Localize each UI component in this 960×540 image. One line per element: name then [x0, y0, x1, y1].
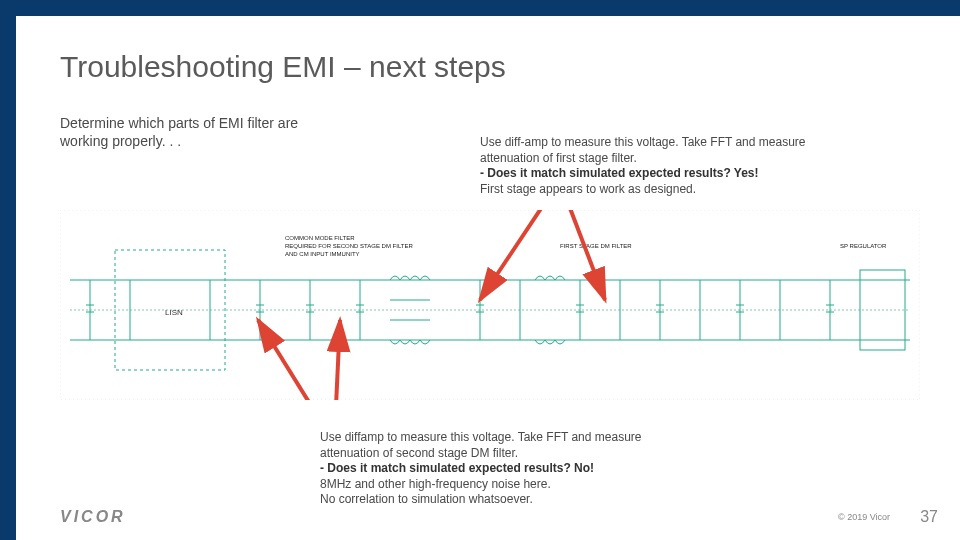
left-accent-bar: [0, 0, 16, 540]
schematic-label: FIRST STAGE DM FILTER: [560, 243, 632, 249]
page-number: 37: [920, 508, 938, 526]
note-line: Use diffamp to measure this voltage. Tak…: [320, 430, 642, 460]
arrow-icon: [335, 320, 340, 400]
schematic-label: COMMON MODE FILTER: [285, 235, 355, 241]
schematic-label: LISN: [165, 308, 183, 317]
intro-text: Determine which parts of EMI filter are …: [60, 114, 350, 150]
schematic-label: SP REGULATOR: [840, 243, 887, 249]
schematic-label: REQUIRED FOR SECOND STAGE DM FILTER: [285, 243, 413, 249]
note-line-bold: - Does it match simulated expected resul…: [480, 166, 759, 180]
arrow-icon: [258, 320, 325, 400]
note-line: First stage appears to work as designed.: [480, 182, 696, 196]
arrow-icon: [565, 210, 605, 300]
company-logo: VICOR: [60, 508, 126, 526]
note-line: Use diff-amp to measure this voltage. Ta…: [480, 135, 806, 165]
note-line-bold: - Does it match simulated expected resul…: [320, 461, 594, 475]
arrow-icon: [480, 210, 550, 300]
schematic-diagram: LISN COMMON MODE FILTER REQUIRED FOR SEC…: [60, 210, 920, 400]
copyright-text: © 2019 Vicor: [838, 512, 890, 522]
annotation-bottom: Use diffamp to measure this voltage. Tak…: [320, 430, 650, 508]
slide-title: Troubleshooting EMI – next steps: [60, 50, 930, 84]
svg-rect-0: [60, 210, 920, 400]
note-line: 8MHz and other high-frequency noise here…: [320, 477, 551, 491]
note-line: No correlation to simulation whatsoever.: [320, 492, 533, 506]
top-accent-bar: [0, 0, 960, 16]
schematic-label: AND CM INPUT IMMUNITY: [285, 251, 360, 257]
annotation-top: Use diff-amp to measure this voltage. Ta…: [480, 135, 810, 197]
